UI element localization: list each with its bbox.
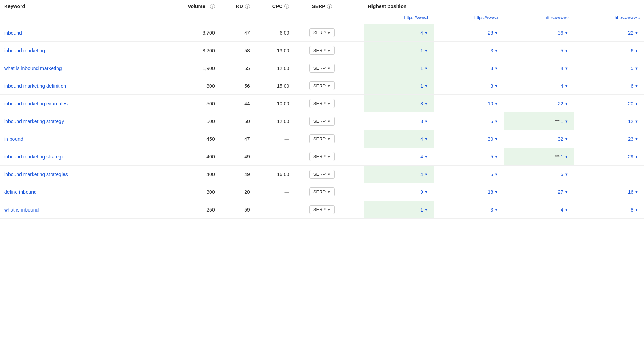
gap-spacer [350, 95, 363, 112]
keyword-link[interactable]: inbound marketing examples [4, 101, 68, 106]
position-arrow-icon: ▼ [634, 48, 638, 53]
position-arrow-icon: ▼ [424, 84, 428, 88]
keyword-cell: inbound marketing examples [0, 95, 166, 112]
keyword-link[interactable]: inbound marketing [4, 48, 45, 53]
serp-button[interactable]: SERP ▼ [309, 117, 335, 126]
serp-info-icon[interactable]: i [327, 4, 332, 9]
position-arrow-icon: ▼ [424, 172, 428, 177]
position-arrow-icon: ▼ [494, 119, 498, 123]
kd-info-icon[interactable]: i [245, 4, 250, 9]
position-cell-2: 5 ▼ [434, 112, 504, 130]
serp-button[interactable]: SERP ▼ [309, 152, 335, 161]
kd-cell: 47 [219, 24, 254, 42]
gap-spacer [350, 42, 363, 59]
keyword-link[interactable]: what is inbound marketing [4, 65, 62, 71]
keyword-link[interactable]: inbound marketing strategi [4, 154, 63, 160]
position-arrow-icon: ▼ [564, 155, 568, 159]
cpc-cell: 6.00 [254, 24, 294, 42]
cpc-cell: 15.00 [254, 77, 294, 95]
quote-icon: ❝❝ [555, 154, 560, 159]
keyword-link[interactable]: in bound [4, 136, 23, 142]
keyword-cell: inbound [0, 24, 166, 42]
keyword-link[interactable]: inbound [4, 30, 22, 36]
volume-header[interactable]: Volume ↓ i [166, 0, 219, 13]
keyword-cell: what is inbound marketing [0, 59, 166, 77]
position-cell-1: 8 ▼ [364, 95, 434, 112]
domain-3-header[interactable]: https://www.s [504, 13, 574, 24]
position-arrow-icon: ▼ [634, 84, 638, 88]
keyword-cell: in bound [0, 130, 166, 148]
position-arrow-icon: ▼ [564, 48, 568, 53]
cpc-cell: — [254, 130, 294, 148]
position-arrow-icon: ▼ [564, 208, 568, 212]
domain-2-header[interactable]: https://www.n [434, 13, 504, 24]
position-arrow-icon: ▼ [494, 190, 498, 194]
cpc-cell: 10.00 [254, 95, 294, 112]
serp-cell: SERP ▼ [293, 59, 350, 77]
keyword-header: Keyword [0, 0, 166, 13]
serp-button[interactable]: SERP ▼ [309, 205, 335, 214]
kd-header[interactable]: KD i [219, 0, 254, 13]
kd-cell: 47 [219, 130, 254, 148]
serp-button[interactable]: SERP ▼ [309, 64, 335, 73]
position-arrow-icon: ▼ [494, 102, 498, 106]
cpc-cell: — [254, 148, 294, 166]
cpc-info-icon[interactable]: i [284, 4, 289, 9]
serp-dropdown-arrow: ▼ [327, 155, 331, 159]
keyword-link[interactable]: what is inbound [4, 207, 39, 213]
keyword-link[interactable]: inbound marketing definition [4, 83, 66, 89]
serp-cell: SERP ▼ [293, 201, 350, 219]
table-row: what is inbound25059—SERP ▼1 ▼3 ▼4 ▼8 ▼ [0, 201, 644, 219]
position-cell-3: ❝❝ 1 ▼ [504, 148, 574, 166]
keyword-cell: inbound marketing definition [0, 77, 166, 95]
table-row: inbound marketing8,2005813.00SERP ▼1 ▼3 … [0, 42, 644, 59]
kd-cell: 50 [219, 112, 254, 130]
serp-button[interactable]: SERP ▼ [309, 99, 335, 108]
serp-button[interactable]: SERP ▼ [309, 46, 335, 55]
serp-button[interactable]: SERP ▼ [309, 134, 335, 143]
keyword-cell: inbound marketing [0, 42, 166, 59]
position-arrow-icon: ▼ [494, 84, 498, 88]
position-cell-4: 5 ▼ [574, 59, 644, 77]
position-cell-3: 4 ▼ [504, 77, 574, 95]
serp-cell: SERP ▼ [293, 183, 350, 201]
position-arrow-icon: ▼ [494, 155, 498, 159]
keywords-table: Keyword Volume ↓ i KD i [0, 0, 644, 219]
position-cell-4: 6 ▼ [574, 77, 644, 95]
serp-button[interactable]: SERP ▼ [309, 170, 335, 179]
serp-cell: SERP ▼ [293, 112, 350, 130]
position-cell-2: 28 ▼ [434, 24, 504, 42]
position-cell-2: 3 ▼ [434, 201, 504, 219]
sort-desc-icon: ↓ [206, 4, 208, 9]
serp-button[interactable]: SERP ▼ [309, 187, 335, 196]
position-cell-1: 1 ▼ [364, 42, 434, 59]
position-cell-4: 6 ▼ [574, 42, 644, 59]
keyword-link[interactable]: inbound marketing strategies [4, 172, 68, 177]
serp-header[interactable]: SERP i [293, 0, 350, 13]
kd-cell: 44 [219, 95, 254, 112]
position-arrow-icon: ▼ [494, 31, 498, 35]
volume-info-icon[interactable]: i [210, 4, 215, 9]
keyword-link[interactable]: define inbound [4, 189, 37, 195]
domain-1-header[interactable]: https://www.h [364, 13, 434, 24]
keyword-cell: inbound marketing strategi [0, 148, 166, 166]
position-arrow-icon: ▼ [564, 190, 568, 194]
position-arrow-icon: ▼ [564, 119, 568, 123]
volume-cell: 250 [166, 201, 219, 219]
domain-4-header[interactable]: https://www.c [574, 13, 644, 24]
serp-dropdown-arrow: ▼ [327, 208, 331, 212]
serp-button[interactable]: SERP ▼ [309, 81, 335, 90]
kd-cell: 59 [219, 201, 254, 219]
position-cell-3: 6 ▼ [504, 166, 574, 183]
gap-spacer [350, 59, 363, 77]
keyword-link[interactable]: inbound marketing strategy [4, 119, 64, 124]
position-arrow-icon: ▼ [494, 172, 498, 177]
volume-cell: 300 [166, 183, 219, 201]
serp-button[interactable]: SERP ▼ [309, 28, 335, 37]
position-arrow-icon: ▼ [424, 48, 428, 53]
position-cell-2: 3 ▼ [434, 59, 504, 77]
position-cell-2: 18 ▼ [434, 183, 504, 201]
position-cell-3: 4 ▼ [504, 59, 574, 77]
gap-spacer [350, 112, 363, 130]
cpc-header[interactable]: CPC i [254, 0, 294, 13]
